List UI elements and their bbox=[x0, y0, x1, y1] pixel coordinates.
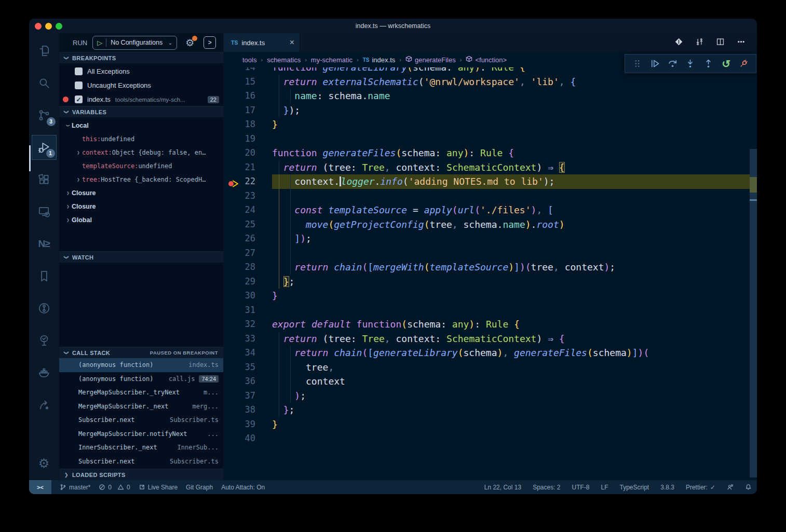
code-line[interactable]: 23 bbox=[224, 189, 750, 203]
call-stack-header[interactable]: ❯ CALL STACK PAUSED ON BREAKPOINT bbox=[59, 347, 223, 358]
breadcrumb-item[interactable]: my-schematic bbox=[311, 56, 353, 64]
extensions-icon[interactable] bbox=[32, 167, 57, 192]
more-actions-icon[interactable] bbox=[737, 37, 746, 48]
zoom-window-button[interactable] bbox=[56, 23, 62, 30]
variable-scope-row[interactable]: ❯Closure bbox=[59, 200, 223, 213]
call-stack-frame[interactable]: (anonymous function)index.ts bbox=[59, 358, 223, 372]
current-line-breakpoint-icon[interactable] bbox=[228, 178, 242, 186]
code-line[interactable]: 31 bbox=[224, 303, 750, 318]
code-line[interactable]: 36 context bbox=[224, 374, 750, 389]
code-line[interactable]: 22 context.logger.info('adding NOTES.md … bbox=[224, 174, 750, 189]
call-stack-frame[interactable]: InnerSubscriber._nextInnerSub... bbox=[59, 441, 223, 455]
code-line[interactable]: 32export default function(schema: any): … bbox=[224, 317, 750, 332]
language-status[interactable]: TypeScript bbox=[620, 484, 649, 491]
source-control-icon[interactable]: 3 bbox=[32, 103, 57, 128]
notifications-bell-icon[interactable] bbox=[745, 484, 752, 490]
code-line[interactable]: 20function generateFiles(schema: any): R… bbox=[224, 146, 750, 160]
breakpoint-row[interactable]: Uncaught Exceptions bbox=[59, 78, 223, 92]
variables-header[interactable]: ❯ VARIABLES bbox=[59, 106, 223, 117]
docker-icon[interactable] bbox=[32, 360, 57, 385]
diamond-icon[interactable] bbox=[674, 37, 683, 48]
breadcrumb-item[interactable]: <function> bbox=[466, 56, 507, 64]
eol-status[interactable]: LF bbox=[601, 484, 608, 491]
step-out-icon[interactable] bbox=[699, 54, 717, 73]
code-line[interactable]: 15 return externalSchematic('@nrwl/works… bbox=[224, 75, 750, 89]
variable-row[interactable]: templateSource: undefined bbox=[59, 159, 223, 173]
continue-icon[interactable] bbox=[646, 54, 663, 73]
scrollbar-thumb[interactable] bbox=[750, 149, 757, 478]
disconnect-icon[interactable] bbox=[735, 54, 753, 73]
code-line[interactable]: 33 return (tree: Tree, context: Schemati… bbox=[224, 332, 750, 346]
minimize-window-button[interactable] bbox=[45, 23, 52, 30]
debug-config-dropdown[interactable]: ▷ No Configurations ⌄ bbox=[92, 36, 177, 50]
nx-console-icon[interactable]: N≥ bbox=[32, 231, 57, 256]
variable-row[interactable]: ❯context: Object {debug: false, en… bbox=[59, 146, 223, 159]
ts-version-status[interactable]: 3.8.3 bbox=[660, 484, 674, 491]
breakpoints-header[interactable]: ❯ BREAKPOINTS bbox=[59, 52, 223, 63]
variable-row[interactable]: ❯tree: HostTree {_backend: ScopedH… bbox=[59, 173, 223, 186]
code-line[interactable]: 26 ]); bbox=[224, 231, 750, 246]
breakpoint-checkbox[interactable] bbox=[75, 67, 83, 75]
git-graph-status[interactable]: Git Graph bbox=[186, 484, 213, 491]
call-stack-frame[interactable]: (anonymous function)call.js74:24 bbox=[59, 372, 223, 386]
restart-icon[interactable]: ↺ bbox=[717, 54, 735, 73]
code-line[interactable]: 38 }; bbox=[224, 403, 750, 417]
call-stack-frame[interactable]: MergeMapSubscriber._tryNextm... bbox=[59, 386, 223, 400]
breadcrumb-item[interactable]: generateFiles bbox=[405, 56, 456, 64]
remote-explorer-icon[interactable] bbox=[32, 199, 57, 224]
code-line[interactable]: 24 const templateSource = apply(url('./f… bbox=[224, 203, 750, 217]
git-branch-status[interactable]: master* bbox=[60, 484, 90, 491]
search-icon[interactable] bbox=[32, 71, 57, 96]
debug-console-icon[interactable]: > bbox=[204, 36, 216, 49]
gitlens-icon[interactable] bbox=[32, 296, 57, 321]
bookmarks-icon[interactable] bbox=[32, 264, 57, 289]
loaded-scripts-header[interactable]: ❯ LOADED SCRIPTS bbox=[59, 469, 223, 480]
indentation-status[interactable]: Spaces: 2 bbox=[533, 484, 560, 491]
remote-indicator[interactable]: >< bbox=[29, 480, 51, 494]
code-line[interactable]: 35 tree, bbox=[224, 360, 750, 375]
variable-scope-row[interactable]: ❯Global bbox=[59, 213, 223, 227]
code-line[interactable]: 18} bbox=[224, 117, 750, 132]
code-line[interactable]: 39} bbox=[224, 417, 750, 432]
test-tree-icon[interactable] bbox=[32, 328, 57, 353]
encoding-status[interactable]: UTF-8 bbox=[572, 484, 590, 491]
breakpoint-row[interactable]: All Exceptions bbox=[59, 64, 223, 78]
split-editor-icon[interactable] bbox=[716, 37, 725, 48]
live-share-status[interactable]: Live Share bbox=[139, 484, 178, 491]
code-line[interactable]: 27 bbox=[224, 246, 750, 261]
explorer-icon[interactable] bbox=[32, 38, 57, 63]
breakpoint-checkbox[interactable] bbox=[75, 81, 83, 89]
tab-index-ts[interactable]: TS index.ts × bbox=[224, 33, 300, 52]
settings-gear-icon[interactable]: ⚙ bbox=[32, 451, 57, 476]
code-line[interactable]: 16 name: schema.name bbox=[224, 89, 750, 103]
code-line[interactable]: 37 ); bbox=[224, 389, 750, 403]
watch-header[interactable]: ❯ WATCH bbox=[59, 251, 223, 263]
toolbar-drag-handle[interactable] bbox=[628, 54, 646, 73]
breadcrumb-item[interactable]: tools bbox=[242, 56, 256, 64]
code-editor[interactable]: 14function generateLibrary(schema: any):… bbox=[224, 67, 750, 480]
step-over-icon[interactable] bbox=[664, 54, 682, 73]
feedback-icon[interactable] bbox=[727, 484, 734, 490]
code-line[interactable]: 28 return chain([mergeWith(templateSourc… bbox=[224, 260, 750, 275]
code-line[interactable]: 21 return (tree: Tree, context: Schemati… bbox=[224, 160, 750, 175]
code-line[interactable]: 19 bbox=[224, 132, 750, 146]
code-line[interactable]: 34 return chain([generateLibrary(schema)… bbox=[224, 346, 750, 360]
breakpoint-checkbox[interactable]: ✓ bbox=[75, 96, 83, 103]
code-line[interactable]: 17 }); bbox=[224, 103, 750, 118]
close-tab-icon[interactable]: × bbox=[290, 38, 294, 47]
cursor-position-status[interactable]: Ln 22, Col 13 bbox=[484, 484, 521, 491]
breakpoint-row[interactable]: ✓index.tstools/schematics/my-sch...22 bbox=[59, 92, 223, 106]
code-line[interactable]: 25 move(getProjectConfig(tree, schema.na… bbox=[224, 217, 750, 232]
share-export-icon[interactable] bbox=[32, 392, 57, 417]
run-debug-icon[interactable]: 1 bbox=[32, 135, 57, 160]
code-line[interactable]: 29 }; bbox=[224, 275, 750, 289]
call-stack-frame[interactable]: Subscriber.nextSubscriber.ts bbox=[59, 413, 223, 427]
variable-row[interactable]: this: undefined bbox=[59, 132, 223, 146]
auto-attach-status[interactable]: Auto Attach: On bbox=[221, 484, 265, 491]
problems-status[interactable]: 0 0 bbox=[99, 484, 130, 491]
code-line[interactable]: 30} bbox=[224, 289, 750, 303]
breadcrumb-item[interactable]: TSindex.ts bbox=[363, 56, 396, 64]
open-changes-icon[interactable] bbox=[695, 37, 704, 48]
step-into-icon[interactable] bbox=[682, 54, 699, 73]
breadcrumb-item[interactable]: schematics bbox=[267, 56, 301, 64]
